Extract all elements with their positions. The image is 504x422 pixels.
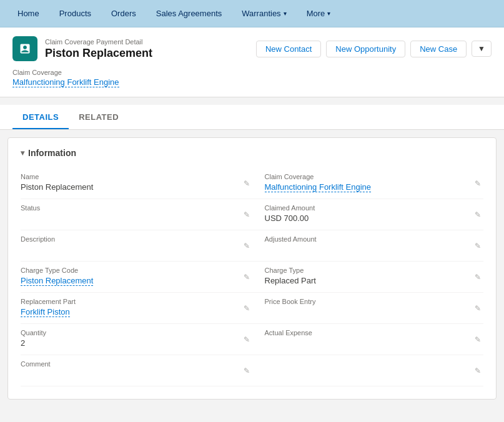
field-edit-icon[interactable]: ✎	[244, 335, 250, 344]
new-case-button[interactable]: New Case	[410, 41, 467, 57]
field-label: Quantity	[21, 329, 227, 336]
field-edit-icon[interactable]: ✎	[244, 210, 250, 219]
field-label: Description	[21, 235, 227, 243]
field-edit-icon[interactable]: ✎	[475, 335, 481, 344]
claim-coverage-link[interactable]: Malfunctioning Forklift Engine	[12, 77, 119, 87]
field-value	[265, 245, 484, 256]
nav-item-products[interactable]: Products	[49, 0, 101, 27]
field-label: Replacement Part	[21, 298, 227, 305]
field-edit-icon[interactable]: ✎	[475, 210, 481, 219]
nav-item-warranties[interactable]: Warranties ▾	[232, 0, 296, 27]
field-edit-icon[interactable]: ✎	[475, 242, 481, 250]
new-opportunity-button[interactable]: New Opportunity	[326, 41, 405, 57]
field-item: Quantity2✎	[21, 324, 252, 355]
field-value	[265, 362, 484, 373]
field-label: Status	[21, 204, 227, 212]
nav-item-sales-agreements[interactable]: Sales Agreements	[146, 0, 232, 27]
field-edit-icon[interactable]: ✎	[244, 304, 250, 313]
field-edit-icon[interactable]: ✎	[475, 304, 481, 313]
header-text: Claim Coverage Payment Detail Piston Rep…	[45, 38, 152, 60]
page-header: Claim Coverage Payment Detail Piston Rep…	[0, 27, 504, 97]
field-edit-icon[interactable]: ✎	[244, 273, 250, 282]
field-value[interactable]: Forklift Piston	[21, 307, 70, 317]
field-label: Comment	[21, 360, 227, 368]
field-label: Claim Coverage	[265, 173, 484, 180]
field-label: Actual Expense	[265, 329, 484, 336]
actions-dropdown-button[interactable]: ▼	[472, 41, 492, 57]
new-contact-button[interactable]: New Contact	[256, 41, 321, 57]
field-value[interactable]: Piston Replacement	[21, 276, 93, 286]
field-edit-icon[interactable]: ✎	[244, 366, 250, 375]
field-edit-icon[interactable]: ✎	[475, 366, 481, 375]
field-edit-icon[interactable]: ✎	[244, 179, 250, 188]
field-label: Name	[21, 173, 227, 180]
field-item: Charge Type CodePiston Replacement✎	[21, 262, 252, 293]
field-value: 2	[21, 338, 227, 350]
field-value[interactable]: Malfunctioning Forklift Engine	[265, 182, 372, 192]
warranties-chevron-icon: ▾	[284, 10, 287, 17]
header-actions: New Contact New Opportunity New Case ▼	[256, 41, 492, 57]
information-chevron-icon: ▾	[21, 149, 24, 157]
field-item: Status✎	[21, 199, 252, 230]
field-value	[21, 370, 227, 381]
breadcrumb: Claim Coverage Payment Detail	[45, 38, 152, 46]
fields-grid: NamePiston Replacement✎Claim CoverageMal…	[21, 168, 483, 386]
field-edit-icon[interactable]: ✎	[475, 179, 481, 188]
field-value	[265, 338, 484, 350]
claim-coverage-section: Claim Coverage Malfunctioning Forklift E…	[12, 69, 492, 87]
field-edit-icon[interactable]: ✎	[475, 273, 481, 282]
tab-details[interactable]: DETAILS	[12, 105, 69, 129]
field-item: Actual Expense✎	[252, 324, 484, 355]
field-item: Claimed AmountUSD 700.00✎	[252, 199, 484, 230]
field-label: Adjusted Amount	[265, 235, 484, 243]
field-value: Replaced Part	[265, 276, 484, 287]
field-label: Charge Type Code	[21, 267, 227, 274]
tab-related[interactable]: RELATED	[69, 105, 129, 129]
field-item: Adjusted Amount✎	[252, 230, 484, 262]
content-area: DETAILS RELATED ▾ Information NamePiston…	[0, 105, 504, 400]
field-item: Replacement PartForklift Piston✎	[21, 293, 252, 324]
nav-item-more[interactable]: More ▾	[297, 0, 341, 27]
field-item: Claim CoverageMalfunctioning Forklift En…	[252, 168, 484, 199]
more-chevron-icon: ▾	[327, 10, 330, 17]
header-identity: Claim Coverage Payment Detail Piston Rep…	[12, 36, 152, 61]
field-item: NamePiston Replacement✎	[21, 168, 252, 199]
field-item: ✎	[252, 355, 484, 386]
nav-item-orders[interactable]: Orders	[101, 0, 146, 27]
field-value: Piston Replacement	[21, 182, 227, 194]
field-value	[21, 245, 227, 256]
claim-coverage-label: Claim Coverage	[12, 69, 492, 76]
information-section-label: Information	[28, 148, 76, 158]
field-value	[21, 213, 227, 225]
field-item: Price Book Entry✎	[252, 293, 484, 324]
details-panel: ▾ Information NamePiston Replacement✎Cla…	[7, 137, 497, 400]
record-icon	[12, 36, 37, 61]
page-title: Piston Replacement	[45, 47, 152, 60]
field-item: Charge TypeReplaced Part✎	[252, 262, 484, 293]
field-label: Claimed Amount	[265, 204, 484, 212]
information-section-header[interactable]: ▾ Information	[21, 148, 483, 158]
nav-item-home[interactable]: Home	[7, 0, 49, 27]
tabs-bar: DETAILS RELATED	[0, 105, 504, 130]
field-item: Description✎	[21, 230, 252, 262]
field-value	[265, 307, 484, 318]
field-edit-icon[interactable]: ✎	[244, 242, 250, 250]
field-item: Comment✎	[21, 355, 252, 386]
field-label: Price Book Entry	[265, 298, 484, 305]
field-label: Charge Type	[265, 267, 484, 274]
field-value: USD 700.00	[265, 213, 484, 225]
navigation-bar: Home Products Orders Sales Agreements Wa…	[0, 0, 504, 27]
